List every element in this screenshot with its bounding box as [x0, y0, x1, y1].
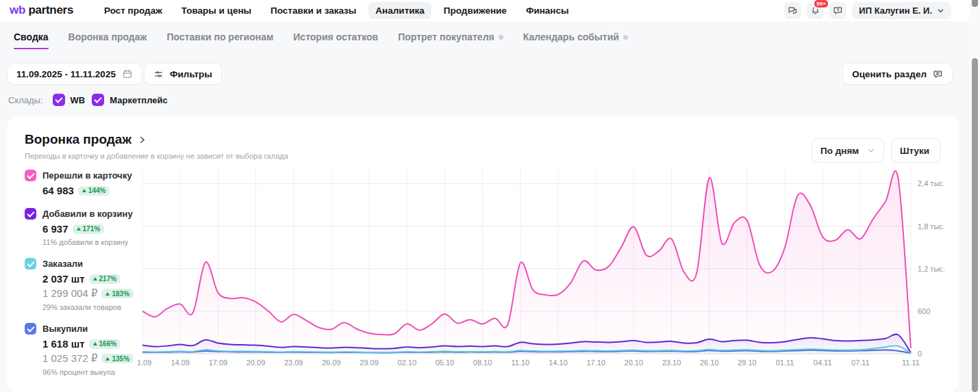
nav-item-goods-prices[interactable]: Товары и цены: [175, 2, 258, 19]
group-by-select[interactable]: По дням: [812, 138, 884, 163]
legend-note: 11% добавили в корзину: [42, 238, 142, 246]
legend-value: 64 983: [42, 185, 74, 196]
legend-value: 1 618 шт: [42, 338, 85, 350]
warehouse-name: WB: [71, 95, 86, 105]
notifications-button[interactable]: 99+: [807, 2, 824, 19]
tab-stock-history[interactable]: История остатков: [293, 31, 378, 49]
delta-badge: 144%: [78, 186, 110, 196]
svg-text:11.10: 11.10: [511, 358, 529, 367]
sliders-icon: [153, 69, 164, 79]
svg-text:1,2 тыс.: 1,2 тыс.: [918, 265, 945, 273]
user-menu[interactable]: ИП Калугин Е. И.: [852, 2, 951, 19]
legend-label: Заказали: [42, 259, 83, 269]
tab-events-calendar[interactable]: Календарь событий: [523, 31, 628, 49]
nav-item-finance[interactable]: Финансы: [519, 2, 576, 19]
wb-partners-logo[interactable]: wb partners: [10, 3, 73, 17]
tab-label: История остатков: [293, 31, 378, 42]
svg-text:23.09: 23.09: [284, 358, 303, 367]
units-select[interactable]: Штуки: [891, 138, 941, 163]
svg-text:14.10: 14.10: [549, 358, 568, 367]
svg-text:1,8 тыс.: 1,8 тыс.: [918, 222, 945, 231]
warehouses-row: Склады: WB Маркетплейс: [8, 94, 168, 106]
legend-item-ordered: Заказали 2 037 шт 217% 1 299 004 ₽ 183% …: [25, 258, 142, 311]
funnel-title: Воронка продаж: [25, 132, 131, 147]
svg-text:23.10: 23.10: [662, 358, 681, 367]
chevron-down-icon: [867, 146, 875, 155]
delta-badge: 135%: [101, 354, 134, 363]
units-value: Штуки: [900, 146, 929, 156]
help-button[interactable]: [829, 2, 846, 19]
help-icon: [833, 5, 843, 16]
calendar-icon: [122, 68, 133, 79]
scrollbar-thumb[interactable]: [972, 58, 978, 392]
tab-dot-badge: [623, 35, 628, 40]
tab-supplies-by-region[interactable]: Поставки по регионам: [166, 31, 273, 49]
svg-text:11.11: 11.11: [902, 358, 920, 367]
top-bar: wb partners Рост продаж Товары и цены По…: [0, 0, 969, 21]
svg-text:07.11: 07.11: [851, 358, 870, 367]
warehouse-name: Маркетплейс: [110, 95, 167, 105]
funnel-legend: Перешли в карточку 64 983 144% Добавили …: [25, 170, 142, 376]
svg-text:04.11: 04.11: [814, 358, 832, 367]
svg-text:01.11: 01.11: [776, 358, 794, 367]
legend-note: 29% заказали товаров: [42, 303, 142, 311]
logo-partners: partners: [28, 3, 73, 16]
tab-label: Поставки по регионам: [166, 31, 273, 42]
funnel-title-link[interactable]: Воронка продаж: [25, 132, 147, 147]
svg-text:05.10: 05.10: [436, 358, 455, 367]
up-arrow-icon: [93, 342, 97, 345]
nav-item-sales-growth[interactable]: Рост продаж: [97, 2, 169, 19]
filters-button[interactable]: Фильтры: [144, 63, 222, 85]
legend-item-card-views: Перешли в карточку 64 983 144%: [25, 170, 142, 196]
legend-checkbox-card-views[interactable]: [25, 170, 36, 181]
tab-buyer-portrait[interactable]: Портрет покупателя: [398, 31, 503, 49]
filters-label: Фильтры: [170, 69, 212, 79]
svg-text:11.09: 11.09: [137, 358, 151, 367]
rate-section-button[interactable]: Оценить раздел: [842, 63, 953, 85]
checkbox-wb[interactable]: [53, 94, 65, 106]
warehouse-option-wb: WB: [53, 94, 86, 106]
svg-text:26.10: 26.10: [700, 358, 719, 367]
chat-button[interactable]: [784, 2, 801, 19]
tab-sales-funnel[interactable]: Воронка продаж: [68, 31, 147, 49]
funnel-chart[interactable]: 11.0914.0917.0920.0923.0926.0929.0902.10…: [137, 164, 959, 369]
chevron-down-icon: [937, 7, 944, 14]
top-right-cluster: 99+ ИП Калугин Е. И.: [784, 2, 951, 19]
chat-icon: [788, 5, 798, 16]
tab-label: Портрет покупателя: [398, 31, 494, 42]
legend-item-add-to-cart: Добавили в корзину 6 937 171% 11% добави…: [25, 208, 142, 246]
tab-label: Воронка продаж: [68, 31, 147, 42]
nav-item-promotion[interactable]: Продвижение: [437, 2, 514, 19]
svg-text:14.09: 14.09: [171, 358, 190, 367]
section-tabs: Сводка Воронка продаж Поставки по регион…: [14, 31, 628, 49]
delta-badge: 183%: [101, 289, 134, 298]
date-range-value: 11.09.2025 - 11.11.2025: [16, 69, 116, 79]
tab-summary[interactable]: Сводка: [14, 31, 49, 49]
warehouses-label: Склады:: [8, 95, 43, 105]
logo-wb: wb: [10, 3, 25, 16]
tab-dot-badge: [499, 35, 503, 40]
user-name: ИП Калугин Е. И.: [859, 5, 932, 16]
svg-text:2,4 тыс.: 2,4 тыс.: [918, 179, 945, 187]
scrollbar-track[interactable]: [969, 0, 980, 392]
svg-text:02.10: 02.10: [398, 358, 417, 367]
group-by-value: По дням: [820, 146, 859, 156]
nav-item-supplies-orders[interactable]: Поставки и заказы: [264, 2, 363, 19]
legend-value: 2 037 шт: [42, 273, 85, 285]
svg-text:26.09: 26.09: [322, 358, 341, 367]
legend-checkbox-add-to-cart[interactable]: [25, 208, 36, 220]
rate-section-label: Оценить раздел: [852, 69, 927, 79]
nav-item-analytics[interactable]: Аналитика: [368, 2, 431, 19]
scrollbar-top-nub[interactable]: [972, 0, 978, 7]
legend-label: Добавили в корзину: [42, 209, 133, 219]
svg-text:29.09: 29.09: [360, 358, 379, 367]
date-range-input[interactable]: 11.09.2025 - 11.11.2025: [7, 63, 142, 85]
tab-label: Сводка: [14, 31, 49, 42]
up-arrow-icon: [93, 277, 97, 280]
svg-text:08.10: 08.10: [473, 358, 492, 367]
legend-checkbox-ordered[interactable]: [25, 258, 36, 270]
legend-note: 96% процент выкупа: [42, 368, 142, 376]
legend-checkbox-bought[interactable]: [25, 323, 36, 335]
checkbox-marketplace[interactable]: [92, 94, 104, 106]
legend-value-rub: 1 299 004 ₽: [42, 287, 97, 300]
